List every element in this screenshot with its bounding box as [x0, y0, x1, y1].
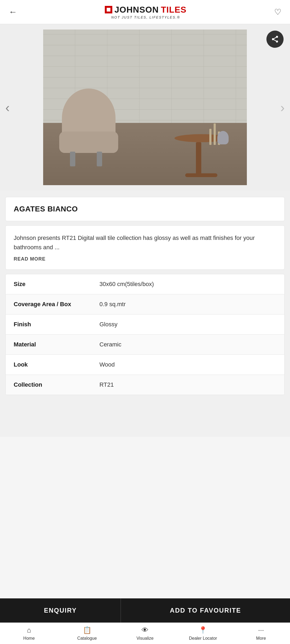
header: ← JOHNSONTILES NOT JUST TILES, LIFESTYLE…	[0, 0, 290, 24]
wishlist-icon[interactable]: ♡	[272, 5, 284, 19]
nav-icon-visualize: 👁	[142, 626, 148, 634]
spec-value: Ceramic	[99, 341, 121, 348]
spec-label: Material	[14, 341, 99, 348]
description-card: Johnson presents RT21 Digital wall tile …	[5, 225, 285, 270]
logo-johnson: JOHNSON	[114, 5, 159, 15]
spec-row: Size 30x60 cm(5tiles/box)	[6, 274, 284, 294]
spec-label: Look	[14, 361, 99, 368]
nav-item-visualize[interactable]: 👁 Visualize	[116, 626, 174, 641]
spec-row: Look Wood	[6, 355, 284, 375]
enquiry-button[interactable]: ENQUIRY	[0, 598, 121, 623]
image-carousel: ‹ ›	[0, 24, 290, 191]
spec-label: Collection	[14, 381, 99, 388]
svg-line-4	[274, 37, 276, 39]
svg-point-1	[272, 38, 274, 40]
nav-icon-catalogue: 📋	[83, 626, 91, 634]
nav-item-home[interactable]: ⌂ Home	[0, 626, 58, 641]
nav-icon-more: ···	[258, 626, 264, 634]
product-image	[43, 30, 247, 185]
product-title-card: AGATES BIANCO	[5, 197, 285, 221]
nav-item-catalogue[interactable]: 📋 Catalogue	[58, 626, 116, 641]
nav-label-catalogue: Catalogue	[77, 636, 97, 641]
spec-row: Finish Glossy	[6, 314, 284, 335]
share-button[interactable]	[266, 31, 284, 48]
share-icon	[271, 35, 279, 43]
spec-row: Coverage Area / Box 0.9 sq.mtr	[6, 294, 284, 314]
spec-label: Coverage Area / Box	[14, 301, 99, 308]
vase-decor	[217, 131, 229, 144]
logo-square-icon	[105, 6, 112, 13]
carousel-next-button[interactable]: ›	[278, 97, 287, 118]
svg-point-0	[276, 36, 278, 38]
spec-value: RT21	[99, 381, 114, 388]
nav-label-more: More	[256, 636, 266, 641]
nav-label-home: Home	[23, 636, 35, 641]
logo: JOHNSONTILES NOT JUST TILES, LIFESTYLES.…	[105, 5, 187, 19]
chair-decor	[54, 89, 129, 169]
logo-tiles: TILES	[161, 5, 187, 15]
nav-item-dealer-locator[interactable]: 📍 Dealer Locator	[174, 626, 232, 641]
product-title: AGATES BIANCO	[14, 205, 78, 213]
nav-icon-home: ⌂	[27, 626, 31, 634]
nav-icon-dealer-locator: 📍	[199, 626, 207, 634]
spec-value: Wood	[99, 361, 115, 368]
logo-tagline: NOT JUST TILES, LIFESTYLES.®	[111, 15, 180, 19]
main-content: AGATES BIANCO Johnson presents RT21 Digi…	[0, 191, 290, 437]
carousel-prev-button[interactable]: ‹	[3, 97, 12, 118]
nav-label-dealer-locator: Dealer Locator	[189, 636, 217, 641]
back-button[interactable]: ←	[6, 5, 19, 19]
spec-value: Glossy	[99, 321, 117, 328]
bottom-navigation: ⌂ Home 📋 Catalogue 👁 Visualize 📍 Dealer …	[0, 623, 290, 644]
nav-item-more[interactable]: ··· More	[232, 626, 290, 641]
spec-value: 30x60 cm(5tiles/box)	[99, 281, 154, 288]
spec-label: Finish	[14, 321, 99, 328]
action-bar: ENQUIRY ADD TO FAVOURITE	[0, 598, 290, 623]
spec-value: 0.9 sq.mtr	[99, 301, 126, 308]
add-to-favourite-button[interactable]: ADD TO FAVOURITE	[121, 598, 290, 623]
spec-row: Material Ceramic	[6, 335, 284, 355]
nav-label-visualize: Visualize	[136, 636, 154, 641]
product-description: Johnson presents RT21 Digital wall tile …	[14, 233, 276, 252]
svg-point-2	[276, 41, 278, 43]
spec-label: Size	[14, 281, 99, 288]
specs-card: Size 30x60 cm(5tiles/box) Coverage Area …	[5, 274, 285, 395]
svg-line-3	[274, 40, 276, 41]
read-more-button[interactable]: READ MORE	[14, 256, 46, 262]
spec-row: Collection RT21	[6, 375, 284, 395]
